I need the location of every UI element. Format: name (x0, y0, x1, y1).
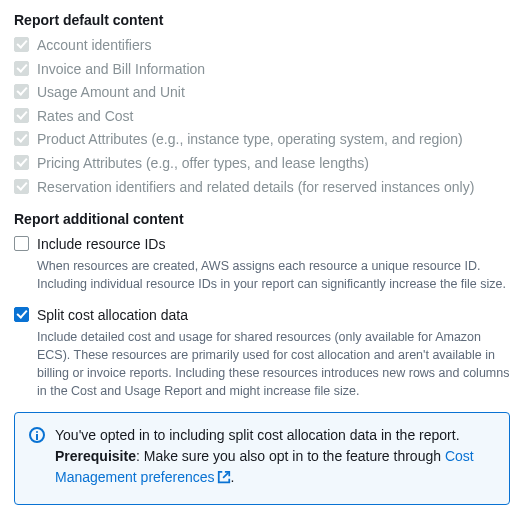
info-alert: You've opted in to including split cost … (14, 412, 510, 505)
default-content-list: Account identifiers Invoice and Bill Inf… (14, 36, 510, 197)
default-content-heading: Report default content (14, 12, 510, 28)
split-cost-allocation-description: Include detailed cost and usage for shar… (37, 328, 510, 401)
default-item: Product Attributes (e.g., instance type,… (14, 130, 510, 150)
default-item: Invoice and Bill Information (14, 60, 510, 80)
default-item: Reservation identifiers and related deta… (14, 178, 510, 198)
default-item-label: Rates and Cost (37, 107, 134, 127)
checkmark-icon (14, 108, 29, 123)
split-cost-allocation-option: Split cost allocation data Include detai… (14, 306, 510, 401)
prerequisite-label: Prerequisite (55, 448, 136, 464)
split-cost-allocation-checkbox[interactable] (14, 307, 29, 322)
default-item-label: Product Attributes (e.g., instance type,… (37, 130, 463, 150)
default-item: Usage Amount and Unit (14, 83, 510, 103)
default-item-label: Account identifiers (37, 36, 151, 56)
include-resource-ids-option: Include resource IDs When resources are … (14, 235, 510, 293)
external-link-icon (217, 469, 231, 490)
info-icon (29, 427, 45, 443)
include-resource-ids-description: When resources are created, AWS assigns … (37, 257, 510, 293)
default-item-label: Pricing Attributes (e.g., offer types, a… (37, 154, 369, 174)
default-item: Pricing Attributes (e.g., offer types, a… (14, 154, 510, 174)
additional-content-heading: Report additional content (14, 211, 510, 227)
checkmark-icon (14, 84, 29, 99)
default-item-label: Reservation identifiers and related deta… (37, 178, 474, 198)
checkmark-icon (14, 37, 29, 52)
split-cost-allocation-label: Split cost allocation data (37, 306, 188, 324)
checkmark-icon (14, 61, 29, 76)
default-item: Account identifiers (14, 36, 510, 56)
include-resource-ids-label: Include resource IDs (37, 235, 165, 253)
info-trailing: . (231, 469, 235, 485)
checkmark-icon (14, 131, 29, 146)
checkmark-icon (14, 155, 29, 170)
default-item-label: Usage Amount and Unit (37, 83, 185, 103)
include-resource-ids-checkbox[interactable] (14, 236, 29, 251)
prerequisite-text: : Make sure you also opt in to the featu… (136, 448, 445, 464)
info-alert-text: You've opted in to including split cost … (55, 425, 495, 490)
default-item-label: Invoice and Bill Information (37, 60, 205, 80)
checkmark-icon (14, 179, 29, 194)
default-item: Rates and Cost (14, 107, 510, 127)
info-line1: You've opted in to including split cost … (55, 427, 460, 443)
